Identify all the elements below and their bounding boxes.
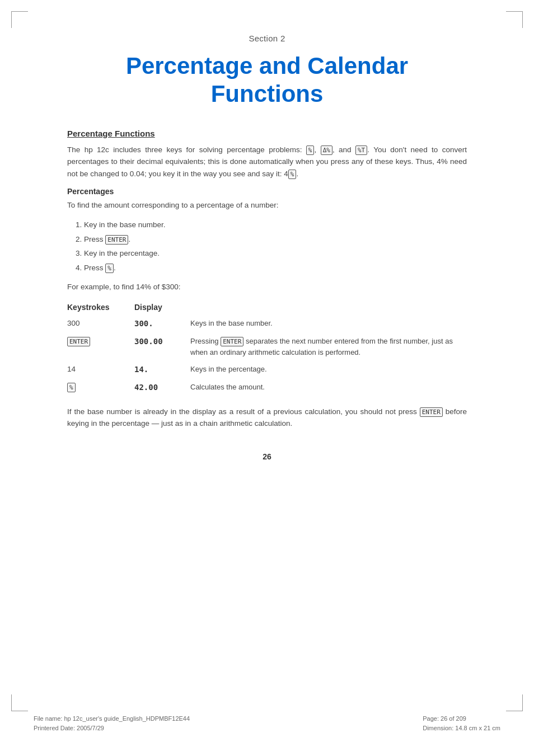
page-container: Section 2 Percentage and Calendar Functi… (0, 0, 534, 756)
section-label: Section 2 (67, 34, 467, 43)
step-3: Key in the percentage. (84, 246, 467, 261)
display-enter: 300.00 (134, 333, 190, 361)
key-percent-table: % (67, 383, 76, 392)
keystroke-table: Keystrokes Display 300 300. Keys in the … (67, 300, 467, 396)
key-enter-footer: ENTER (420, 407, 443, 417)
intro-paragraph: The hp 12c includes three keys for solvi… (67, 144, 467, 180)
footer-page: Page: 26 of 209 (423, 714, 500, 724)
key-percent-step4: % (105, 264, 114, 273)
intro-text: The hp 12c includes three keys for solvi… (67, 145, 302, 154)
step-1: Key in the base number. (84, 218, 467, 232)
sub-heading-percentages: Percentages (67, 187, 467, 196)
display-14: 14. (134, 361, 190, 379)
corner-mark-tr (506, 11, 523, 28)
footer-note: If the base number is already in the dis… (67, 406, 467, 430)
display-300: 300. (134, 315, 190, 333)
table-row: 300 300. Keys in the base number. (67, 315, 467, 333)
keystroke-300: 300 (67, 315, 134, 333)
key-enter-step2: ENTER (105, 235, 128, 245)
table-row: ENTER 300.00 Pressing ENTER separates th… (67, 333, 467, 361)
desc-42: Calculates the amount. (190, 379, 467, 397)
footer-right: Page: 26 of 209 Dimension: 14.8 cm x 21 … (423, 714, 500, 734)
page-number: 26 (67, 452, 467, 461)
footer-date: Printered Date: 2005/7/29 (34, 724, 190, 734)
table-row: 14 14. Keys in the percentage. (67, 361, 467, 379)
footer-dimension: Dimension: 14.8 cm x 21 cm (423, 724, 500, 734)
key-enter-desc: ENTER (221, 337, 243, 346)
key-enter-table: ENTER (67, 337, 90, 346)
footer-left: File name: hp 12c_user's guide_English_H… (34, 714, 190, 734)
keystroke-14: 14 (67, 361, 134, 379)
corner-mark-tl (11, 11, 28, 28)
table-header-display: Display (134, 300, 190, 315)
steps-list: Key in the base number. Press ENTER. Key… (84, 218, 467, 275)
footer-filename: File name: hp 12c_user's guide_English_H… (34, 714, 190, 724)
keystroke-percent: % (67, 379, 134, 397)
section-heading-percentage: Percentage Functions (67, 129, 467, 138)
corner-mark-br (506, 694, 523, 711)
display-42: 42.00 (134, 379, 190, 397)
table-header-keystrokes: Keystrokes (67, 300, 134, 315)
step-2: Press ENTER. (84, 232, 467, 247)
corner-mark-bl (11, 694, 28, 711)
table-header-desc (190, 300, 467, 315)
step-4: Press %. (84, 261, 467, 275)
example-label: For example, to find 14% of $300: (67, 281, 467, 293)
title-line2: Functions (211, 81, 324, 107)
desc-14: Keys in the percentage. (190, 361, 467, 379)
steps-intro: To find the amount corresponding to a pe… (67, 199, 467, 212)
key-percent: % (306, 145, 315, 155)
key-percent-t: %T (355, 145, 367, 155)
table-row: % 42.00 Calculates the amount. (67, 379, 467, 397)
footer: File name: hp 12c_user's guide_English_H… (34, 714, 500, 734)
desc-300: Keys in the base number. (190, 315, 467, 333)
title-line1: Percentage and Calendar (126, 53, 408, 79)
desc-enter: Pressing ENTER separates the next number… (190, 333, 467, 361)
keystroke-enter: ENTER (67, 333, 134, 361)
main-title: Percentage and Calendar Functions (67, 52, 467, 109)
key-percent-inline: % (288, 170, 297, 179)
key-delta-percent: Δ% (321, 145, 332, 155)
